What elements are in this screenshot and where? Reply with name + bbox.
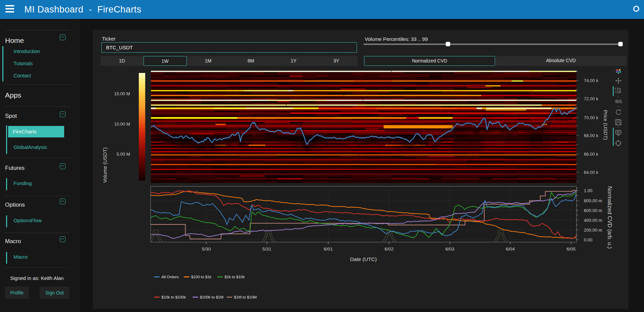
svg-text:$100 to $1k: $100 to $1k: [191, 275, 211, 279]
svg-text:6/04: 6/04: [506, 246, 515, 252]
svg-text:5/31: 5/31: [262, 246, 271, 252]
svg-text:68.00 k: 68.00 k: [584, 133, 598, 138]
svg-text:15.00 M: 15.00 M: [114, 91, 130, 96]
svg-text:6/01: 6/01: [324, 246, 333, 252]
svg-text:74.00 k: 74.00 k: [584, 78, 598, 83]
svg-text:$1M to $10M: $1M to $10M: [234, 295, 257, 299]
svg-text:Date (UTC): Date (UTC): [350, 256, 377, 262]
svg-text:$1k to $10k: $1k to $10k: [225, 275, 245, 279]
svg-text:5/30: 5/30: [202, 246, 211, 252]
svg-text:Normalized CVD (arb. u.): Normalized CVD (arb. u.): [607, 186, 613, 249]
svg-text:200.00 m: 200.00 m: [584, 228, 602, 233]
svg-text:400.00 m: 400.00 m: [584, 218, 602, 223]
svg-text:Price (USDT): Price (USDT): [603, 110, 609, 140]
svg-text:All Orders: All Orders: [161, 275, 179, 279]
svg-text:$10k to $100k: $10k to $100k: [161, 295, 186, 299]
svg-text:1.00: 1.00: [584, 188, 592, 193]
svg-text:70.00 k: 70.00 k: [584, 115, 598, 120]
svg-text:6/05: 6/05: [567, 246, 575, 252]
svg-text:$100k to $1M: $100k to $1M: [200, 295, 224, 299]
svg-text:800.00 m: 800.00 m: [584, 198, 602, 203]
svg-text:64.00 k: 64.00 k: [584, 170, 598, 175]
svg-text:6/03: 6/03: [445, 246, 454, 252]
svg-text:600.00 m: 600.00 m: [584, 208, 602, 213]
svg-text:0.00: 0.00: [584, 237, 592, 242]
svg-text:72.00 k: 72.00 k: [584, 96, 598, 101]
svg-text:5.00 M: 5.00 M: [117, 152, 130, 157]
svg-text:10.00 M: 10.00 M: [114, 122, 130, 127]
svg-text:Volume (USDT): Volume (USDT): [102, 147, 108, 183]
svg-text:6/02: 6/02: [385, 246, 393, 252]
svg-text:66.00 k: 66.00 k: [584, 152, 598, 157]
